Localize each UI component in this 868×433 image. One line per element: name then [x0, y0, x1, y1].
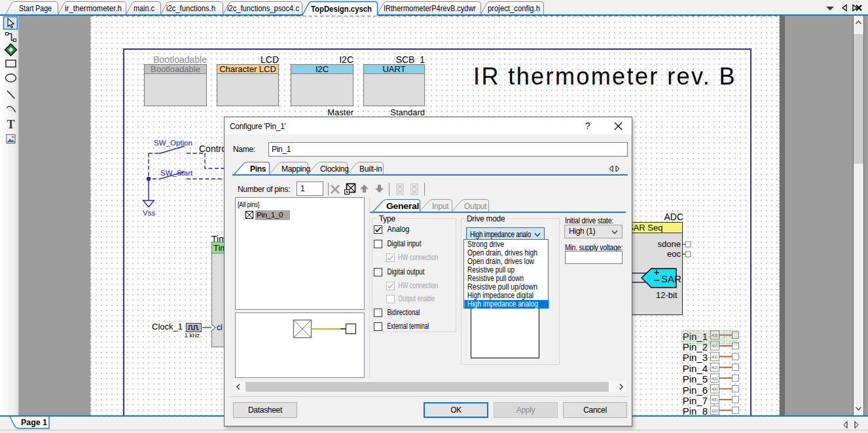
svg-text:External terminal: External terminal [387, 322, 429, 331]
svg-text:IRthermometerP4revB.cydwr: IRthermometerP4revB.cydwr [384, 4, 476, 13]
svg-text:Built-in: Built-in [359, 164, 382, 174]
svg-text:Vss: Vss [143, 209, 155, 217]
svg-text:Analog: Analog [387, 225, 409, 234]
svg-text:Mapping: Mapping [281, 164, 310, 174]
svg-text:1[0]: 1[0] [712, 409, 718, 413]
svg-text:Resistive pull up/down: Resistive pull up/down [467, 282, 537, 292]
svg-text:Open drain, drives low: Open drain, drives low [467, 257, 534, 266]
svg-text:i2c_functions.h: i2c_functions.h [166, 4, 215, 13]
svg-text:SW_Start: SW_Start [160, 169, 193, 177]
svg-text:4[3]: 4[3] [712, 377, 718, 381]
svg-text:cl: cl [217, 323, 223, 332]
svg-text:4[5]: 4[5] [712, 398, 718, 402]
svg-text:4[4]: 4[4] [712, 387, 718, 391]
svg-text:4[1]: 4[1] [712, 355, 718, 359]
svg-text:High impedance digital: High impedance digital [467, 291, 533, 300]
svg-text:Digital output: Digital output [387, 267, 425, 276]
svg-text:Bidirectional: Bidirectional [387, 308, 420, 317]
svg-text:Output: Output [464, 202, 487, 211]
svg-text:TopDesign.cysch: TopDesign.cysch [311, 5, 372, 14]
svg-text:SW_Option: SW_Option [154, 139, 192, 147]
svg-text:Resistive pull down: Resistive pull down [467, 274, 524, 283]
svg-text:Clocking: Clocking [320, 164, 349, 174]
svg-text:Resistive pull up: Resistive pull up [467, 265, 515, 274]
svg-text:Pins: Pins [250, 164, 266, 174]
svg-text:Input: Input [432, 202, 449, 211]
svg-text:Open drain, drives high: Open drain, drives high [467, 248, 537, 257]
svg-text:HW connection: HW connection [398, 253, 438, 262]
svg-text:ir_thermometer.h: ir_thermometer.h [65, 4, 122, 13]
svg-text:Output enable: Output enable [398, 294, 435, 303]
svg-text:HW connection: HW connection [398, 281, 438, 290]
svg-text:SAR: SAR [661, 273, 681, 284]
svg-text:Strong drive: Strong drive [467, 240, 504, 249]
svg-text:project_config.h: project_config.h [488, 4, 540, 13]
svg-text:4[2]: 4[2] [712, 366, 718, 369]
svg-text:Page 1: Page 1 [21, 418, 47, 427]
svg-text:Start Page: Start Page [19, 4, 52, 13]
svg-text:main.c: main.c [134, 4, 154, 13]
svg-text:Digital input: Digital input [387, 239, 422, 248]
svg-text:i2c_functions_psoc4.c: i2c_functions_psoc4.c [227, 4, 299, 13]
svg-text:High impedance analog: High impedance analog [467, 299, 538, 309]
svg-text:General: General [386, 202, 419, 211]
svg-text:T: T [7, 118, 15, 131]
svg-text:High impedance analo: High impedance analo [470, 230, 532, 239]
